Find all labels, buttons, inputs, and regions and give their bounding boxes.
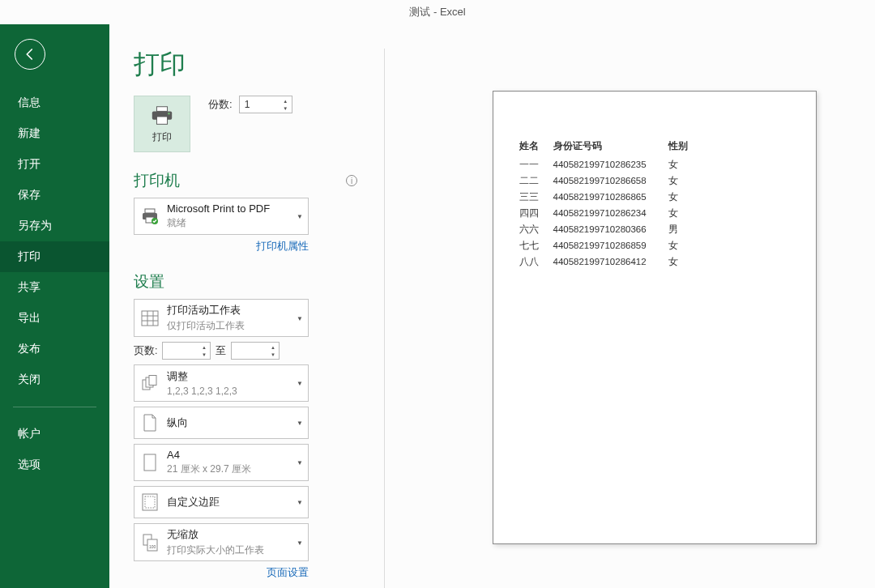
sidebar-item-account[interactable]: 帐户 [0,419,109,450]
page-icon [143,454,156,471]
print-preview: 姓名 身份证号码 性别 一一440582199710286235女二二44058… [361,24,875,588]
sidebar-separator [13,407,96,407]
margins-select[interactable]: 自定义边距 ▼ [134,486,309,518]
collate-icon [141,375,159,391]
chevron-down-icon: ▼ [297,380,303,387]
orientation-select[interactable]: 纵向 ▼ [134,407,309,439]
printer-icon [150,104,174,127]
settings-section-title: 设置 [134,271,164,292]
chevron-down-icon: ▼ [297,420,303,427]
back-button[interactable] [15,39,45,70]
svg-rect-8 [142,311,158,326]
sidebar-item-options[interactable]: 选项 [0,450,109,480]
sidebar-item-save[interactable]: 保存 [0,180,109,211]
pages-label: 页数: [134,344,157,358]
scaling-select[interactable]: 100 无缩放 打印实际大小的工作表 ▼ [134,523,309,561]
table-row: 七七440582199710286859女 [518,238,694,253]
copies-input[interactable]: 1 ▲▼ [239,96,292,113]
orient-label: 纵向 [167,415,303,430]
up[interactable]: ▲ [199,343,208,351]
scale-line2: 打印实际大小的工作表 [167,543,303,557]
copies-value: 1 [245,99,250,110]
page-from-input[interactable]: ▲▼ [162,342,211,360]
scope-line1: 打印活动工作表 [167,303,303,317]
printer-section-title: 打印机 [134,170,180,191]
table-row: 六六440582199710280366男 [518,222,694,236]
table-row: 三三440582199710286865女 [518,190,694,204]
printer-select[interactable]: Microsoft Print to PDF 就绪 ▼ [134,198,309,235]
scaling-icon: 100 [141,534,159,552]
margins-label: 自定义边距 [167,495,303,509]
table-row: 四四440582199710286234女 [518,206,694,220]
printer-info-icon[interactable]: i [346,175,357,186]
page-title: 打印 [134,47,361,83]
sheet-grid-icon [141,310,159,326]
svg-point-3 [168,112,169,113]
window-title: 测试 - Excel [0,0,875,24]
print-button[interactable]: 打印 [134,96,190,152]
preview-table: 姓名 身份证号码 性别 一一440582199710286235女二二44058… [516,137,696,271]
chevron-down-icon: ▼ [297,314,303,322]
collate-line2: 1,2,3 1,2,3 1,2,3 [167,386,303,397]
down[interactable]: ▼ [268,351,277,358]
preview-page: 姓名 身份证号码 性别 一一440582199710286235女二二44058… [493,91,817,544]
svg-rect-2 [156,116,167,123]
chevron-down-icon: ▼ [297,459,303,467]
col-header-id: 身份证号码 [552,138,665,156]
sidebar-item-close[interactable]: 关闭 [0,364,109,395]
paper-line1: A4 [167,449,303,461]
collate-select[interactable]: 调整 1,2,3 1,2,3 1,2,3 ▼ [134,364,309,402]
printer-device-icon [140,207,160,226]
pages-to-label: 至 [216,344,226,358]
margins-icon [142,493,158,511]
table-row: 二二440582199710286658女 [518,173,694,188]
print-button-label: 打印 [152,130,172,144]
scale-line1: 无缩放 [167,527,303,542]
collate-line1: 调整 [167,369,303,384]
svg-rect-4 [145,209,155,213]
sidebar-item-open[interactable]: 打开 [0,149,109,180]
svg-rect-0 [156,106,167,111]
copies-up[interactable]: ▲ [281,97,290,104]
chevron-down-icon: ▼ [297,213,303,220]
sidebar-item-new[interactable]: 新建 [0,118,109,149]
portrait-icon [143,414,157,432]
sidebar-item-saveas[interactable]: 另存为 [0,211,109,241]
svg-rect-11 [149,376,156,386]
vertical-divider [384,49,385,588]
paper-size-select[interactable]: A4 21 厘米 x 29.7 厘米 ▼ [134,444,309,481]
print-settings-panel: 打印 打印 份数: 1 ▲▼ [109,24,361,588]
sidebar-item-print[interactable]: 打印 [0,241,109,272]
table-row: 一一440582199710286235女 [518,157,694,172]
chevron-down-icon: ▼ [297,499,303,506]
up[interactable]: ▲ [268,343,277,351]
sidebar-item-export[interactable]: 导出 [0,303,109,334]
col-header-sex: 性别 [667,138,694,156]
back-arrow-icon [23,47,37,62]
print-scope-select[interactable]: 打印活动工作表 仅打印活动工作表 ▼ [134,299,309,337]
scope-line2: 仅打印活动工作表 [167,319,303,333]
svg-rect-12 [144,454,156,471]
sidebar-item-publish[interactable]: 发布 [0,334,109,364]
copies-down[interactable]: ▼ [281,104,290,112]
chevron-down-icon: ▼ [297,539,303,546]
printer-properties-link[interactable]: 打印机属性 [256,241,309,252]
sidebar-item-share[interactable]: 共享 [0,272,109,303]
down[interactable]: ▼ [199,351,208,358]
page-to-input[interactable]: ▲▼ [231,342,280,360]
printer-name: Microsoft Print to PDF [167,202,303,215]
col-header-name: 姓名 [518,138,550,156]
sidebar-item-info[interactable]: 信息 [0,87,109,118]
backstage-sidebar: 信息 新建 打开 保存 另存为 打印 共享 导出 发布 关闭 帐户 选项 [0,24,109,588]
svg-text:100: 100 [149,544,156,549]
copies-label: 份数: [208,97,233,112]
paper-line2: 21 厘米 x 29.7 厘米 [167,462,303,476]
table-row: 八八440582199710286412女 [518,254,694,269]
page-setup-link[interactable]: 页面设置 [267,567,309,578]
printer-status: 就绪 [167,216,303,230]
